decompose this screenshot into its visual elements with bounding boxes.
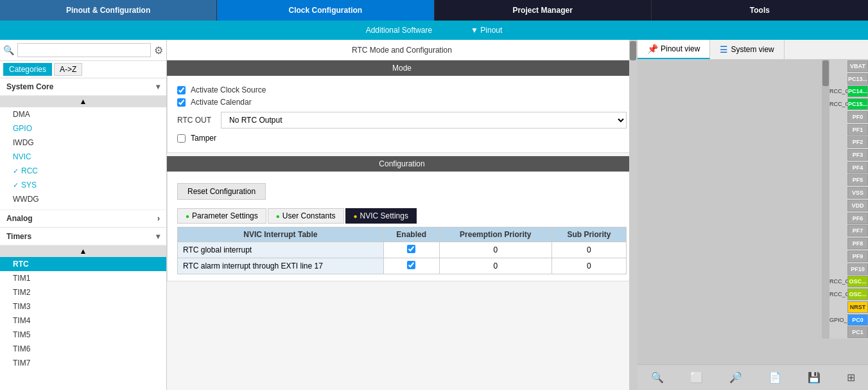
dot-icon: ● xyxy=(354,213,358,220)
sidebar-item-tim6[interactable]: TIM6 xyxy=(0,342,166,356)
sidebar-item-wwdg[interactable]: WWDG xyxy=(0,192,166,206)
pin-box-nrst[interactable]: NRST xyxy=(847,301,868,313)
tab-parameter-settings[interactable]: ● Parameter Settings xyxy=(177,208,266,224)
pin-label-rcc-osc-out: RCC_OSC_OUT xyxy=(829,291,847,297)
sidebar-item-dma[interactable]: DMA xyxy=(0,107,166,121)
sidebar-content: System Core ▾ ▲ DMA GPIO IWDG NVIC ✓ xyxy=(0,78,166,390)
group-timers: Timers ▾ ▲ RTC TIM1 TIM2 TIM3 TIM4 xyxy=(0,227,166,370)
tamper-label: Tamper xyxy=(191,134,216,143)
pin-box-vss[interactable]: VSS xyxy=(847,187,868,199)
tamper-checkbox[interactable] xyxy=(177,134,186,143)
pin-row-vdd: VDD xyxy=(829,199,868,212)
pin-box-pf3[interactable]: PF3 xyxy=(847,149,868,161)
activate-clock-checkbox[interactable] xyxy=(177,86,186,94)
search-icon: 🔍 xyxy=(3,45,14,55)
tab-categories[interactable]: Categories xyxy=(3,63,52,76)
sidebar-item-tim2[interactable]: TIM2 xyxy=(0,285,166,299)
pin-box-pf9[interactable]: PF9 xyxy=(847,251,868,262)
pin-box-pf1[interactable]: PF1 xyxy=(847,124,868,136)
search-input[interactable] xyxy=(17,43,151,57)
sidebar-item-tim1[interactable]: TIM1 xyxy=(0,271,166,285)
pin-box-pc15[interactable]: PC15... xyxy=(847,98,868,110)
tamper-row: Tamper xyxy=(177,134,627,143)
nvic-table: NVIC Interrupt Table Enabled Preemption … xyxy=(177,227,627,274)
sidebar-item-sys[interactable]: ✓ SYS xyxy=(0,178,166,192)
zoom-out-button[interactable]: 🔎 xyxy=(724,369,747,386)
group-system-core-header[interactable]: System Core ▾ xyxy=(0,78,166,96)
pin-box-vbat[interactable]: VBAT xyxy=(847,60,868,72)
nav-tools[interactable]: Tools xyxy=(652,0,868,21)
sidebar-item-tim3[interactable]: TIM3 xyxy=(0,299,166,314)
sidebar-item-iwdg[interactable]: IWDG xyxy=(0,136,166,150)
pin-row-pf8: PF8 xyxy=(829,237,868,250)
activate-calendar-checkbox[interactable] xyxy=(177,98,186,107)
pin-row-pf1: PF1 xyxy=(829,123,868,136)
preemption-cell-2: 0 xyxy=(439,258,551,274)
sidebar-item-nvic[interactable]: NVIC xyxy=(0,150,166,164)
export-button[interactable]: 📄 xyxy=(763,369,786,386)
enabled-cell-2[interactable] xyxy=(383,258,439,274)
pin-box-pf2[interactable]: PF2 xyxy=(847,136,868,148)
pin-box-pc14[interactable]: PC14... xyxy=(847,85,868,97)
reset-config-button[interactable]: Reset Configuration xyxy=(177,183,266,200)
col-preemption: Preemption Priority xyxy=(439,227,551,242)
pin-row-pf7: PF7 xyxy=(829,225,868,238)
pin-box-pf7[interactable]: PF7 xyxy=(847,225,868,236)
enabled-checkbox-1[interactable] xyxy=(407,245,415,253)
tab-system-view[interactable]: ☰ System view xyxy=(710,40,784,59)
tab-az[interactable]: A->Z xyxy=(54,63,82,76)
nav-clock[interactable]: Clock Configuration xyxy=(217,0,434,21)
pin-box-pf0[interactable]: PF0 xyxy=(847,111,868,123)
dot-icon: ● xyxy=(276,213,280,220)
rtc-out-select[interactable]: No RTC Output xyxy=(221,112,627,129)
table-row: RTC alarm interrupt through EXTI line 17… xyxy=(178,258,627,274)
sidebar-item-tim4[interactable]: TIM4 xyxy=(0,314,166,328)
scroll-up-btn[interactable]: ▲ xyxy=(0,96,166,107)
save-button[interactable]: 💾 xyxy=(803,369,826,386)
fit-button[interactable]: ⬜ xyxy=(685,369,708,386)
group-timers-header[interactable]: Timers ▾ xyxy=(0,227,166,245)
pin-box-pf5[interactable]: PF5 xyxy=(847,174,868,186)
sidebar-item-rcc[interactable]: ✓ RCC xyxy=(0,164,166,178)
pin-row-pf3: PF3 xyxy=(829,148,868,161)
pin-box-pf10[interactable]: PF10 xyxy=(847,263,868,275)
interrupt-name-2: RTC alarm interrupt through EXTI line 17 xyxy=(178,258,384,274)
pinout-scrollbar[interactable] xyxy=(822,60,829,339)
activate-calendar-row: Activate Calendar xyxy=(177,98,627,107)
tab-pinout-view[interactable]: 📌 Pinout view xyxy=(638,40,710,59)
pin-box-osc-out[interactable]: OSC... xyxy=(847,288,868,300)
nav-pinout[interactable]: Pinout & Configuration xyxy=(0,0,217,21)
sidebar-item-tim5[interactable]: TIM5 xyxy=(0,328,166,342)
pin-box-pc13[interactable]: PC13... xyxy=(847,73,868,85)
mode-body: Activate Clock Source Activate Calendar … xyxy=(167,76,637,153)
tab-nvic-settings[interactable]: ● NVIC Settings xyxy=(345,208,417,224)
gear-icon[interactable]: ⚙ xyxy=(154,44,163,57)
enabled-cell-1[interactable] xyxy=(383,242,439,258)
pin-box-pf8[interactable]: PF8 xyxy=(847,238,868,249)
tab-user-constants[interactable]: ● User Constants xyxy=(268,208,344,224)
scroll-up-btn2[interactable]: ▲ xyxy=(0,245,166,257)
right-panel: 📌 Pinout view ☰ System view VBAT xyxy=(637,40,868,390)
config-tabs: ● Parameter Settings ● User Constants ● … xyxy=(177,208,627,224)
pin-box-osc-in[interactable]: OSC... xyxy=(847,276,868,287)
pin-box-pf4[interactable]: PF4 xyxy=(847,162,868,173)
nav-pinout[interactable]: ▼ Pinout xyxy=(464,26,508,35)
sidebar-item-rtc[interactable]: RTC xyxy=(0,257,166,271)
zoom-in-button[interactable]: 🔍 xyxy=(646,369,669,386)
nav-project[interactable]: Project Manager xyxy=(435,0,652,21)
sidebar-item-gpio[interactable]: GPIO xyxy=(0,121,166,136)
center-scrollbar[interactable] xyxy=(629,40,637,390)
nav-additional-software[interactable]: Additional Software xyxy=(360,26,438,35)
group-analog-header[interactable]: Analog › xyxy=(0,209,166,227)
enabled-checkbox-2[interactable] xyxy=(407,261,415,269)
pin-box-pf6[interactable]: PF6 xyxy=(847,213,868,224)
sidebar-tabs: Categories A->Z xyxy=(0,61,166,78)
grid-button[interactable]: ⊞ xyxy=(842,369,860,386)
pin-box-pc1[interactable]: PC1 xyxy=(847,326,868,338)
pin-box-vdd[interactable]: VDD xyxy=(847,200,868,211)
pin-row-osc-out: RCC_OSC_OUT OSC... xyxy=(829,288,868,301)
pin-row-pf5: PF5 xyxy=(829,174,868,187)
group-system-core: System Core ▾ ▲ DMA GPIO IWDG NVIC ✓ xyxy=(0,78,166,206)
pin-box-pc0[interactable]: PC0 xyxy=(847,314,868,326)
sidebar-item-tim7[interactable]: TIM7 xyxy=(0,356,166,370)
